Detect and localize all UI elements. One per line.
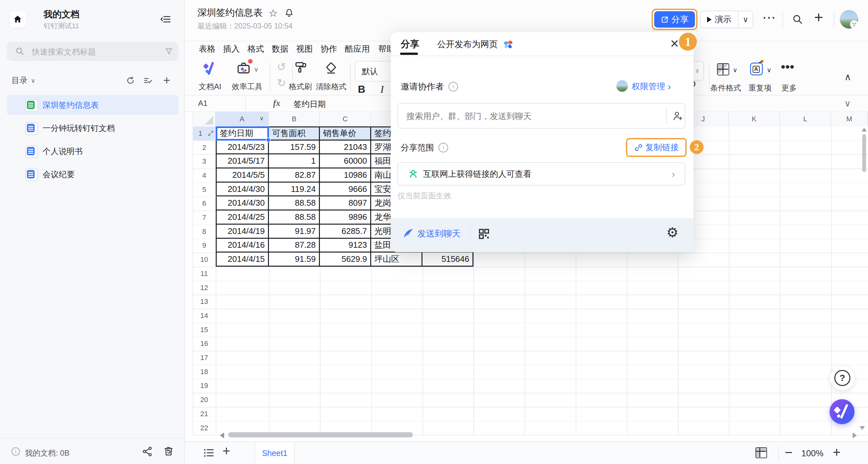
sidebar-item-2[interactable]: 一分钟玩转钉钉文档: [7, 118, 179, 138]
cell-B5[interactable]: 119.24: [269, 182, 320, 197]
cell-A10[interactable]: 2014/4/15: [216, 253, 269, 267]
column-header-A[interactable]: A∨: [216, 112, 269, 126]
global-search-button[interactable]: [792, 13, 803, 26]
row-header-4[interactable]: 4: [193, 169, 216, 182]
cell-B10[interactable]: 91.59: [269, 253, 320, 267]
cell-C8[interactable]: 6285.7: [320, 225, 371, 239]
sidebar-item-1[interactable]: 深圳签约信息表: [7, 95, 179, 115]
horizontal-scrollbar[interactable]: [228, 432, 413, 437]
share-scope-option[interactable]: 互联网上获得链接的人可查看 ›: [398, 163, 685, 185]
duplicates-button[interactable]: 重复项: [746, 83, 774, 93]
cell-A4[interactable]: 2014/5/5: [216, 169, 269, 182]
menu-5[interactable]: 视图: [296, 42, 313, 55]
cell-B8[interactable]: 91.97: [269, 225, 320, 239]
zoom-out-button[interactable]: −: [785, 445, 793, 460]
row-header-5[interactable]: 5: [193, 182, 216, 197]
filter-icon[interactable]: [164, 47, 174, 56]
menu-1[interactable]: 表格: [199, 42, 215, 55]
directory-label[interactable]: 目录∨: [11, 75, 36, 86]
cell-A9[interactable]: 2014/4/16: [216, 239, 269, 253]
column-header-K[interactable]: K: [729, 112, 780, 126]
row-header-1[interactable]: 1⤢: [193, 126, 216, 141]
scroll-left-arrow[interactable]: [220, 433, 224, 438]
menu-6[interactable]: 协作: [320, 42, 337, 55]
home-button[interactable]: [9, 10, 26, 28]
cell-C7[interactable]: 9896: [320, 210, 371, 225]
column-header-L[interactable]: L: [780, 112, 831, 126]
share-button[interactable]: 分享: [654, 11, 695, 28]
add-person-button[interactable]: [672, 110, 683, 123]
checklist-button[interactable]: [143, 76, 153, 87]
row-header-3[interactable]: 3: [193, 154, 216, 169]
info-icon[interactable]: i: [448, 82, 458, 91]
more-menu-button[interactable]: ⋯: [762, 10, 776, 25]
cell-reference[interactable]: A1: [198, 99, 207, 108]
formula-value[interactable]: 签约日期: [293, 99, 326, 109]
cell-A6[interactable]: 2014/4/30: [216, 197, 269, 211]
collapse-formula-bar-button[interactable]: ∨: [844, 98, 851, 109]
row-header-22[interactable]: 22: [193, 421, 216, 435]
cell-C4[interactable]: 10986: [320, 169, 371, 182]
row-header-7[interactable]: 7: [193, 210, 216, 225]
new-document-button[interactable]: +: [814, 8, 823, 26]
qr-code-button[interactable]: [477, 227, 491, 242]
clear-format-button[interactable]: 清除格式: [313, 82, 349, 92]
cell-C10[interactable]: 5629.9: [320, 253, 371, 267]
bold-button[interactable]: B: [355, 82, 368, 96]
font-select[interactable]: 默认: [355, 61, 397, 82]
chevron-down-icon[interactable]: ∨: [260, 115, 264, 122]
cell-B1[interactable]: 可售面积: [269, 126, 320, 141]
row-header-9[interactable]: 9: [193, 239, 216, 253]
cell-A7[interactable]: 2014/4/25: [216, 210, 269, 225]
row-header-2[interactable]: 2: [193, 141, 216, 155]
cell-C2[interactable]: 21043: [320, 141, 371, 155]
refresh-button[interactable]: [126, 76, 135, 87]
column-header-C[interactable]: C: [320, 112, 371, 126]
cell-B4[interactable]: 82.87: [269, 169, 320, 182]
format-painter-button[interactable]: 格式刷: [283, 82, 318, 92]
row-header-10[interactable]: 10: [193, 253, 216, 267]
cell-B2[interactable]: 157.59: [269, 141, 320, 155]
row-header-13[interactable]: 13: [193, 295, 216, 309]
row-header-11[interactable]: 11: [193, 267, 216, 281]
send-to-chat-button[interactable]: 发送到聊天: [403, 228, 461, 239]
column-header-B[interactable]: B: [269, 112, 320, 126]
collapse-sidebar-button[interactable]: [160, 13, 171, 26]
cell-C1[interactable]: 销售单价: [320, 126, 371, 141]
row-header-14[interactable]: 14: [193, 309, 216, 323]
close-icon[interactable]: ×: [670, 35, 679, 52]
avatar[interactable]: [840, 10, 858, 29]
vertical-scrollbar[interactable]: [862, 134, 866, 172]
info-icon[interactable]: i: [438, 143, 448, 152]
undo-button[interactable]: ↺: [277, 60, 286, 73]
cell-A3[interactable]: 2014/5/17: [216, 154, 269, 169]
cell-A8[interactable]: 2014/4/19: [216, 225, 269, 239]
doc-ai-button[interactable]: 文档AI: [192, 82, 227, 92]
cell-E10[interactable]: 515646: [423, 253, 473, 267]
italic-button[interactable]: I: [376, 82, 389, 96]
scroll-up-arrow[interactable]: [862, 128, 867, 132]
row-header-20[interactable]: 20: [193, 393, 216, 407]
menu-7[interactable]: 酷应用: [345, 42, 370, 55]
fill-handle[interactable]: [266, 138, 271, 142]
row-header-19[interactable]: 19: [193, 379, 216, 393]
freeze-panes-button[interactable]: [755, 447, 767, 458]
cell-B3[interactable]: 1: [269, 154, 320, 169]
expand-row-icon[interactable]: ⤢: [208, 129, 213, 137]
select-all-corner[interactable]: [193, 112, 216, 126]
menu-3[interactable]: 格式: [247, 42, 264, 55]
ai-assistant-button[interactable]: [830, 399, 855, 424]
add-document-button[interactable]: +: [160, 74, 173, 87]
sidebar-search-input[interactable]: [31, 44, 154, 59]
share-settings-button[interactable]: ⚙: [666, 225, 679, 240]
conditional-format-button[interactable]: 条件格式: [708, 83, 743, 93]
row-header-12[interactable]: 12: [193, 281, 216, 295]
cell-B7[interactable]: 88.58: [269, 210, 320, 225]
row-header-21[interactable]: 21: [193, 407, 216, 421]
row-header-8[interactable]: 8: [193, 225, 216, 239]
cell-B9[interactable]: 87.28: [269, 239, 320, 253]
tab-share[interactable]: 分享: [401, 38, 419, 51]
menu-4[interactable]: 数据: [272, 42, 288, 55]
sidebar-item-4[interactable]: 会议纪要: [7, 164, 179, 184]
row-header-15[interactable]: 15: [193, 323, 216, 337]
